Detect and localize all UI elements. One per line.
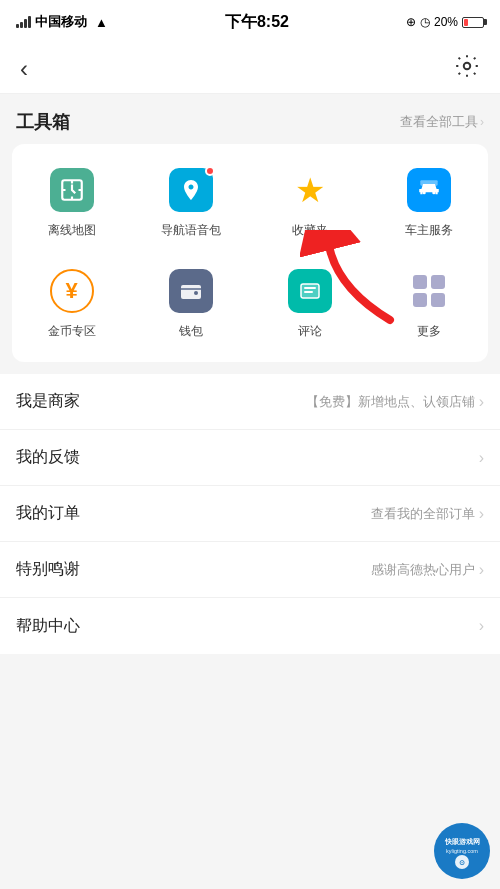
gold-zone-icon: ¥ bbox=[50, 269, 94, 313]
location-icon: ⊕ bbox=[406, 15, 416, 29]
review-label: 评论 bbox=[298, 323, 322, 340]
toolbox-title: 工具箱 bbox=[16, 110, 70, 134]
svg-text:kyligting.com: kyligting.com bbox=[446, 848, 478, 854]
svg-point-7 bbox=[194, 291, 198, 295]
menu-item-orders[interactable]: 我的订单 查看我的全部订单 › bbox=[0, 486, 500, 542]
nav-voice-icon-wrap bbox=[167, 166, 215, 214]
nav-bar: ‹ bbox=[0, 44, 500, 94]
svg-text:⊙: ⊙ bbox=[459, 859, 465, 866]
orders-label: 我的订单 bbox=[16, 503, 80, 524]
tool-item-more[interactable]: 更多 bbox=[369, 253, 488, 354]
svg-point-2 bbox=[422, 191, 425, 194]
review-icon bbox=[288, 269, 332, 313]
merchant-right: 【免费】新增地点、认领店铺 › bbox=[306, 393, 484, 411]
svg-rect-4 bbox=[420, 180, 437, 185]
gold-zone-icon-wrap: ¥ bbox=[48, 267, 96, 315]
car-service-label: 车主服务 bbox=[405, 222, 453, 239]
back-icon: ‹ bbox=[20, 55, 28, 82]
more-label: 更多 bbox=[417, 323, 441, 340]
nav-voice-label: 导航语音包 bbox=[161, 222, 221, 239]
tool-item-review[interactable]: 评论 bbox=[250, 253, 369, 354]
wallet-icon-wrap bbox=[167, 267, 215, 315]
favorites-icon: ★ bbox=[288, 168, 332, 212]
nav-voice-icon bbox=[169, 168, 213, 212]
status-carrier: 中国移动 ▲ bbox=[16, 13, 108, 31]
orders-desc: 查看我的全部订单 bbox=[371, 505, 475, 523]
offline-map-icon-wrap bbox=[48, 166, 96, 214]
wifi-icon: ▲ bbox=[95, 15, 108, 30]
favorites-label: 收藏夹 bbox=[292, 222, 328, 239]
feedback-arrow: › bbox=[479, 449, 484, 467]
tool-item-car-service[interactable]: 车主服务 bbox=[369, 152, 488, 253]
status-right: ⊕ ◷ 20% bbox=[406, 15, 484, 29]
menu-item-feedback[interactable]: 我的反馈 › bbox=[0, 430, 500, 486]
tool-item-nav-voice[interactable]: 导航语音包 bbox=[131, 152, 250, 253]
tool-item-gold-zone[interactable]: ¥ 金币专区 bbox=[12, 253, 131, 354]
more-icon bbox=[407, 269, 451, 313]
tool-item-wallet[interactable]: 钱包 bbox=[131, 253, 250, 354]
svg-rect-5 bbox=[181, 285, 201, 299]
nav-voice-dot bbox=[205, 166, 215, 176]
wallet-label: 钱包 bbox=[179, 323, 203, 340]
settings-button[interactable] bbox=[450, 49, 484, 89]
feedback-right: › bbox=[479, 449, 484, 467]
review-icon-wrap bbox=[286, 267, 334, 315]
help-arrow: › bbox=[479, 617, 484, 635]
tool-item-offline-map[interactable]: 离线地图 bbox=[12, 152, 131, 253]
offline-map-icon bbox=[50, 168, 94, 212]
car-service-icon bbox=[407, 168, 451, 212]
toolbox-card: 离线地图 导航语音包 ★ 收藏夹 bbox=[12, 144, 488, 362]
toolbox-header: 工具箱 查看全部工具 › bbox=[0, 94, 500, 144]
orders-right: 查看我的全部订单 › bbox=[371, 505, 484, 523]
favorites-icon-wrap: ★ bbox=[286, 166, 334, 214]
battery-icon bbox=[462, 17, 484, 28]
view-all-link[interactable]: 查看全部工具 › bbox=[400, 113, 484, 131]
tool-item-favorites[interactable]: ★ 收藏夹 bbox=[250, 152, 369, 253]
menu-list: 我是商家 【免费】新增地点、认领店铺 › 我的反馈 › 我的订单 查看我的全部订… bbox=[0, 374, 500, 654]
menu-item-help[interactable]: 帮助中心 › bbox=[0, 598, 500, 654]
svg-point-3 bbox=[432, 191, 435, 194]
car-service-icon-wrap bbox=[405, 166, 453, 214]
thanks-desc: 感谢高德热心用户 bbox=[371, 561, 475, 579]
merchant-arrow: › bbox=[479, 393, 484, 411]
battery-text: 20% bbox=[434, 15, 458, 29]
feedback-label: 我的反馈 bbox=[16, 447, 80, 468]
view-all-text: 查看全部工具 bbox=[400, 113, 478, 131]
back-button[interactable]: ‹ bbox=[16, 51, 32, 87]
view-all-arrow: › bbox=[480, 115, 484, 129]
gear-icon bbox=[454, 53, 480, 79]
status-time: 下午8:52 bbox=[225, 12, 289, 33]
merchant-label: 我是商家 bbox=[16, 391, 80, 412]
help-right: › bbox=[479, 617, 484, 635]
tool-grid: 离线地图 导航语音包 ★ 收藏夹 bbox=[12, 152, 488, 354]
signal-icon bbox=[16, 16, 31, 28]
help-label: 帮助中心 bbox=[16, 616, 80, 637]
thanks-right: 感谢高德热心用户 › bbox=[371, 561, 484, 579]
svg-point-0 bbox=[464, 62, 471, 69]
wallet-icon bbox=[169, 269, 213, 313]
thanks-label: 特别鸣谢 bbox=[16, 559, 80, 580]
carrier-name: 中国移动 bbox=[35, 13, 87, 31]
menu-item-thanks[interactable]: 特别鸣谢 感谢高德热心用户 › bbox=[0, 542, 500, 598]
alarm-icon: ◷ bbox=[420, 15, 430, 29]
more-icon-wrap bbox=[405, 267, 453, 315]
merchant-desc: 【免费】新增地点、认领店铺 bbox=[306, 393, 475, 411]
offline-map-label: 离线地图 bbox=[48, 222, 96, 239]
gold-zone-label: 金币专区 bbox=[48, 323, 96, 340]
orders-arrow: › bbox=[479, 505, 484, 523]
status-bar: 中国移动 ▲ 下午8:52 ⊕ ◷ 20% bbox=[0, 0, 500, 44]
menu-item-merchant[interactable]: 我是商家 【免费】新增地点、认领店铺 › bbox=[0, 374, 500, 430]
main-content: 工具箱 查看全部工具 › 离线地图 bbox=[0, 94, 500, 654]
watermark: 快眼游戏网 kyligting.com ⊙ bbox=[434, 823, 490, 879]
svg-text:快眼游戏网: 快眼游戏网 bbox=[444, 837, 480, 845]
thanks-arrow: › bbox=[479, 561, 484, 579]
